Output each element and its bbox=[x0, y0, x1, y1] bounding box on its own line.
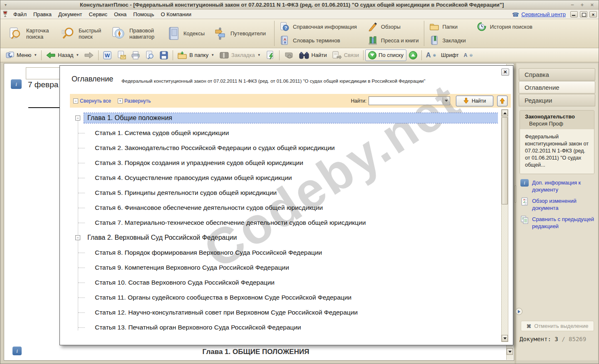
to-folder-icon bbox=[177, 51, 187, 59]
toc-up-button[interactable] bbox=[497, 96, 507, 106]
find-combobox[interactable] bbox=[369, 96, 450, 105]
cancel-x-icon: ✖ bbox=[527, 323, 532, 330]
export-word-button[interactable]: W bbox=[100, 49, 114, 61]
menu-about[interactable]: О Компании bbox=[158, 10, 195, 18]
font-increase-button[interactable]: A⊕ bbox=[423, 50, 438, 60]
toc-tree-item[interactable]: Статья 7. Материально-техническое обеспе… bbox=[62, 215, 498, 230]
codes-button[interactable]: Кодексы bbox=[163, 25, 209, 43]
compare-editions-link[interactable]: Сравнить с предыдущей редакцией bbox=[516, 214, 598, 232]
print-button[interactable] bbox=[129, 49, 143, 61]
collapse-toggle-icon[interactable]: − bbox=[75, 235, 80, 240]
toc-tree-item[interactable]: Статья 13. Печатный орган Верховного Суд… bbox=[62, 320, 498, 335]
save-button[interactable] bbox=[157, 49, 171, 61]
search-card-button[interactable]: Карточка поиска bbox=[4, 25, 56, 43]
hand-tool-button[interactable] bbox=[281, 50, 296, 61]
info-icon[interactable]: i bbox=[11, 79, 22, 89]
links-button[interactable]: Связи bbox=[329, 50, 361, 61]
minimize-button[interactable]: − bbox=[571, 2, 574, 8]
reference-info-button[interactable]: ? Справочная информация bbox=[280, 20, 357, 34]
combo-dropdown-icon[interactable] bbox=[443, 97, 449, 104]
bookmarks-button[interactable]: Закладки bbox=[429, 34, 466, 47]
maximize-button[interactable]: + bbox=[581, 2, 584, 8]
toc-tree-item[interactable]: Статья 3. Порядок создания и упразднения… bbox=[62, 155, 498, 170]
find-input[interactable] bbox=[369, 97, 441, 104]
menu-file[interactable]: Файл bbox=[10, 10, 30, 18]
font-increase-icon: A bbox=[426, 52, 431, 59]
tab-contents[interactable]: Оглавление bbox=[519, 81, 595, 93]
toc-tree-item[interactable]: Статья 10. Состав Верховного Суда Россий… bbox=[62, 275, 498, 290]
toc-tree-item[interactable]: − Глава 2. Верховный Суд Российской Феде… bbox=[62, 230, 498, 245]
window-menu-icon[interactable]: ▾ bbox=[5, 2, 13, 7]
mdi-restore-button[interactable] bbox=[580, 11, 587, 17]
additional-info-link[interactable]: i Доп. информация к документу bbox=[516, 177, 598, 195]
scroll-down-icon[interactable] bbox=[507, 348, 513, 355]
legal-navigator-button[interactable]: Правовой навигатор bbox=[107, 25, 163, 43]
expand-all-link[interactable]: Развернуть bbox=[124, 98, 151, 104]
menu-windows[interactable]: Окна bbox=[111, 10, 130, 18]
toc-find-button[interactable]: Найти bbox=[456, 96, 493, 106]
mdi-close-button[interactable]: × bbox=[589, 11, 597, 17]
toc-item-label: Статья 12. Научно-консультативный совет … bbox=[92, 307, 361, 317]
to-list-button[interactable]: По списку bbox=[365, 49, 406, 61]
quick-search-button[interactable]: Быстрый поиск bbox=[56, 25, 107, 43]
bookmark-button[interactable]: Закладка▼ bbox=[217, 50, 263, 61]
back-button[interactable]: Назад▼ bbox=[43, 50, 82, 60]
toc-tree-item[interactable]: Статья 5. Принципы деятельности судов об… bbox=[62, 185, 498, 200]
expand-all-icon[interactable]: + bbox=[118, 98, 123, 103]
reviews-button[interactable]: Обзоры bbox=[368, 20, 419, 34]
dialog-scrollbar[interactable] bbox=[501, 109, 508, 342]
scroll-up-icon[interactable] bbox=[502, 110, 508, 116]
changes-overview-link[interactable]: ×✓ Обзор изменений документа bbox=[516, 195, 598, 214]
sidebar-collapse-toggle[interactable] bbox=[515, 308, 522, 315]
to-folder-button[interactable]: В папку▼ bbox=[175, 50, 217, 61]
menu-dropdown-button[interactable]: Меню▼ bbox=[3, 50, 40, 61]
svg-text:Я: Я bbox=[284, 41, 286, 44]
up-in-list-button[interactable] bbox=[406, 50, 420, 61]
scroll-down-icon[interactable] bbox=[502, 335, 508, 342]
toc-item-label: Статья 5. Принципы деятельности судов об… bbox=[92, 188, 280, 198]
back-arrow-icon bbox=[46, 52, 56, 59]
folders-button[interactable]: Папки bbox=[429, 20, 466, 34]
menu-edit[interactable]: Правка bbox=[30, 10, 55, 18]
send-mail-button[interactable] bbox=[114, 49, 129, 61]
menu-document[interactable]: Документ bbox=[55, 10, 86, 18]
save-icon bbox=[159, 51, 168, 60]
toc-tree-item[interactable]: Статья 9. Компетенция Верховного Суда Ро… bbox=[62, 260, 498, 275]
cancel-selection-button[interactable]: ✖ Отменить выделение bbox=[521, 321, 594, 331]
term-dictionary-button[interactable]: АЯ Словарь терминов bbox=[280, 34, 357, 47]
toc-tree-item[interactable]: Статья 1. Система судов общей юрисдикции bbox=[62, 125, 498, 140]
menu-help[interactable]: Помощь bbox=[130, 10, 157, 18]
orange-up-arrow-icon bbox=[500, 98, 505, 104]
info-icon[interactable]: i bbox=[12, 347, 22, 355]
toc-tree-item[interactable]: Статья 6. Финансовое обеспечение деятель… bbox=[62, 200, 498, 215]
scroll-thumb[interactable] bbox=[502, 117, 508, 204]
toc-tree-item[interactable]: Статья 11. Органы судейского сообщества … bbox=[62, 290, 498, 305]
font-decrease-button[interactable]: A⊖ bbox=[461, 51, 475, 59]
collapse-all-icon[interactable]: − bbox=[73, 98, 78, 103]
edit-document-button[interactable] bbox=[263, 49, 277, 61]
tab-help[interactable]: Справка bbox=[519, 68, 595, 81]
collapse-all-link[interactable]: Свернуть все bbox=[80, 98, 111, 104]
collapse-toggle-icon[interactable]: − bbox=[75, 116, 80, 121]
toc-tree-item[interactable]: Статья 2. Законодательство Российской Фе… bbox=[62, 140, 498, 155]
dialog-close-button[interactable]: ✕ bbox=[501, 69, 509, 76]
service-center-link[interactable]: Сервисный центр bbox=[521, 11, 566, 17]
mdi-minimize-button[interactable] bbox=[570, 11, 578, 17]
guides-button[interactable]: Путеводители bbox=[209, 25, 270, 43]
toc-tree-item[interactable]: Статья 8. Порядок формирования Верховног… bbox=[62, 245, 498, 260]
bookmarks-label: Закладки bbox=[443, 37, 466, 44]
guides-label: Путеводители bbox=[230, 30, 266, 37]
toc-tree-item[interactable]: Статья 4. Осуществление правосудия судам… bbox=[62, 170, 498, 185]
mail-icon bbox=[117, 51, 126, 60]
toc-tree-item[interactable]: − Глава 1. Общие положения bbox=[62, 111, 498, 125]
search-history-button[interactable]: История поисков bbox=[477, 20, 532, 34]
press-books-button[interactable]: Пресса и книги bbox=[368, 34, 419, 47]
close-button[interactable]: × bbox=[590, 2, 594, 8]
toc-tree-item[interactable]: Статья 12. Научно-консультативный совет … bbox=[62, 305, 498, 320]
forward-button[interactable] bbox=[82, 50, 97, 60]
find-button[interactable]: Найти bbox=[296, 50, 329, 61]
legal-navigator-icon bbox=[111, 26, 126, 41]
preview-button[interactable] bbox=[143, 49, 157, 61]
tab-editions[interactable]: Редакции bbox=[519, 94, 595, 106]
menu-service[interactable]: Сервис bbox=[86, 10, 111, 18]
